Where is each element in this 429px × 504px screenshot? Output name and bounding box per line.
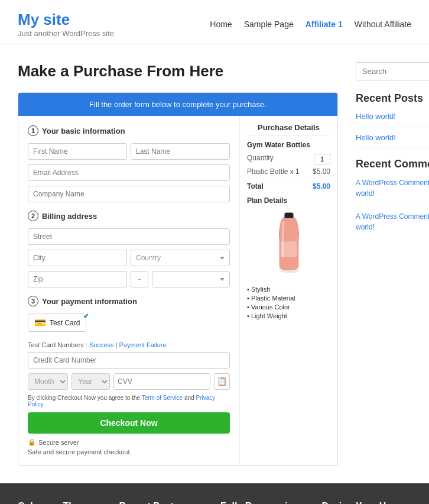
terms-text: By clicking Checkout Now you agree to th… — [28, 395, 230, 408]
zip-select[interactable] — [152, 271, 230, 287]
test-card-label: Test Card — [50, 319, 80, 327]
footer-main: Colorway Theme Footer is widgetized. To … — [0, 483, 429, 504]
dash-input[interactable] — [131, 271, 148, 287]
plan-features: Stylish Plastic Material Various Color L… — [247, 286, 330, 319]
svg-rect-2 — [281, 241, 297, 257]
search-input[interactable] — [356, 63, 429, 80]
year-select[interactable]: Year — [72, 373, 110, 390]
footer-widget-4: Design Your Home Express your creativity… — [322, 501, 412, 504]
section2-num: 2 — [28, 211, 38, 221]
footer-grid: Colorway Theme Footer is widgetized. To … — [18, 501, 411, 504]
recent-comments-title: Recent Comments — [356, 158, 429, 170]
check-icon: ✔ — [83, 312, 89, 320]
site-tagline: Just another WordPress site — [18, 29, 114, 38]
test-card-links: Test Card Numbers : Success | Payment Fa… — [28, 341, 230, 348]
section2-title: 2 Billing address — [28, 211, 230, 221]
divider-3 — [356, 205, 429, 205]
first-name-input[interactable] — [28, 143, 127, 160]
city-country-row: Country — [28, 250, 230, 266]
name-row — [28, 143, 230, 160]
nav-home[interactable]: Home — [210, 20, 232, 29]
feature-1: Stylish — [247, 286, 330, 293]
search-box: 🔍 — [356, 62, 429, 80]
footer-title-1: Colorway Theme — [18, 501, 108, 504]
terms-prefix: By clicking Checkout Now you agree to th… — [28, 395, 140, 401]
credit-card-row — [28, 352, 230, 369]
main-nav: Home Sample Page Affiliate 1 Without Aff… — [210, 20, 411, 29]
site-header: My site Just another WordPress site Home… — [0, 0, 429, 44]
svg-rect-1 — [284, 213, 293, 219]
cvv-icon: 📋 — [214, 373, 230, 390]
purchase-section: Purchase Details Gym Water Bottles Quant… — [240, 116, 337, 465]
lock-icon: 🔒 — [28, 438, 36, 446]
item-label: Plastic Bottle x 1 — [247, 167, 300, 176]
email-row — [28, 164, 230, 181]
secure-server-text: Secure server — [38, 439, 79, 446]
recent-posts-title: Recent Posts — [356, 92, 429, 105]
card-icon: 💳 — [34, 317, 46, 328]
site-branding: My site Just another WordPress site — [18, 11, 114, 38]
product-name: Gym Water Bottles — [247, 141, 330, 149]
checkout-body: 1 Your basic information — [18, 116, 337, 465]
divider-1 — [356, 127, 429, 127]
company-row — [28, 186, 230, 202]
feature-2: Plastic Material — [247, 295, 330, 302]
commenter-1-link[interactable]: A WordPress Commenter — [356, 179, 429, 187]
sidebar: 🔍 Recent Posts Hello world! Hello world!… — [356, 62, 429, 466]
plan-details-title: Plan Details — [247, 196, 330, 205]
checkout-header-text: Fill the order form below to complete yo… — [18, 93, 337, 116]
bottle-svg — [265, 208, 313, 279]
section3-num: 3 — [28, 296, 38, 306]
item-row: Plastic Bottle x 1 $5.00 — [247, 167, 330, 176]
zip-row — [28, 271, 230, 287]
total-label: Total — [247, 182, 264, 190]
content-area: Make a Purchase From Here Fill the order… — [18, 62, 338, 466]
cvv-input[interactable] — [113, 373, 210, 390]
terms-link[interactable]: Term of Service — [142, 395, 183, 401]
footer-widget-1: Colorway Theme Footer is widgetized. To … — [18, 501, 108, 504]
payment-section: 3 Your payment information 💳 Test Card ✔… — [28, 296, 230, 455]
recent-post-2[interactable]: Hello world! — [356, 133, 429, 142]
feature-4: Light Weight — [247, 312, 330, 319]
success-link[interactable]: Success — [89, 341, 114, 348]
quantity-row: Quantity — [247, 154, 330, 164]
street-input[interactable] — [28, 228, 230, 245]
quantity-label: Quantity — [247, 154, 274, 164]
nav-without-affiliate[interactable]: Without Affiliate — [355, 20, 411, 29]
last-name-input[interactable] — [131, 143, 230, 160]
month-select[interactable]: Month — [28, 373, 68, 390]
comment-2: A WordPress Commenter on Hello world! — [356, 211, 429, 232]
test-card-text: Test Card Numbers : — [28, 341, 87, 348]
test-card-button[interactable]: 💳 Test Card — [28, 314, 86, 332]
section1-num: 1 — [28, 125, 38, 136]
month-year-cvv-row: Month Year 📋 — [28, 373, 230, 390]
commenter-2-link[interactable]: A WordPress Commenter — [356, 212, 429, 221]
section2-label: Billing address — [42, 212, 97, 221]
credit-card-input[interactable] — [28, 352, 230, 369]
feature-3: Various Color — [247, 303, 330, 311]
nav-affiliate1[interactable]: Affiliate 1 — [306, 20, 343, 29]
company-input[interactable] — [28, 186, 230, 202]
billing-section: 2 Billing address Country — [28, 211, 230, 287]
footer-widget-3: Fully Responsive Colorway is a unique re… — [220, 501, 310, 504]
checkout-container: Fill the order form below to complete yo… — [18, 92, 338, 466]
secure-checkout-text: Safe and secure payment checkout. — [28, 448, 230, 455]
city-input[interactable] — [28, 250, 127, 266]
total-row: Total $5.00 — [247, 179, 330, 190]
street-row — [28, 228, 230, 245]
country-select[interactable]: Country — [131, 250, 230, 266]
item-price: $5.00 — [313, 167, 330, 176]
section1-label: Your basic information — [42, 127, 125, 135]
zip-input[interactable] — [28, 271, 127, 287]
email-input[interactable] — [28, 164, 230, 181]
footer-title-3: Fully Responsive — [220, 501, 310, 504]
comment-1: A WordPress Commenter on Hello world! — [356, 177, 429, 199]
site-title: My site — [18, 11, 114, 29]
divider-2 — [356, 148, 429, 148]
payment-failure-link[interactable]: Payment Failure — [119, 341, 167, 348]
quantity-input[interactable] — [314, 154, 330, 164]
recent-post-1[interactable]: Hello world! — [356, 112, 429, 121]
checkout-button[interactable]: Checkout Now — [28, 412, 230, 434]
nav-sample-page[interactable]: Sample Page — [244, 20, 294, 29]
section3-label: Your payment information — [42, 297, 137, 306]
